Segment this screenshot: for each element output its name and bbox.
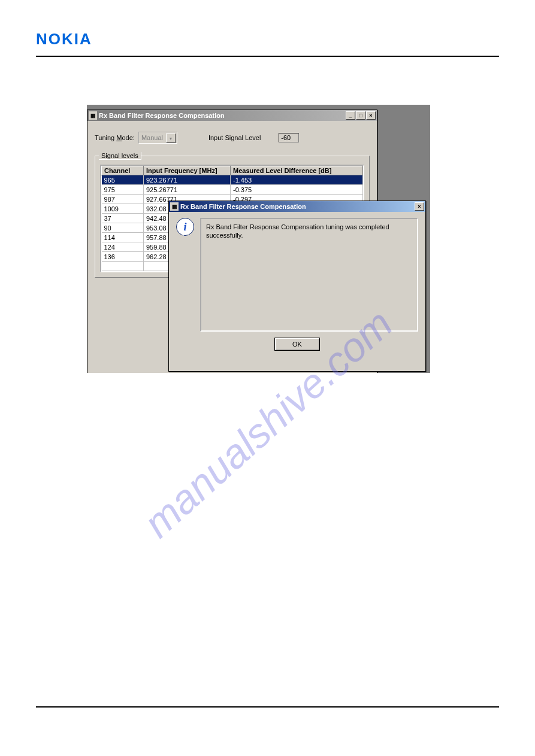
cell-channel: 90 [102, 223, 144, 233]
app-icon: ▦ [89, 111, 97, 120]
cell-channel: 37 [102, 214, 144, 223]
cell-channel: 965 [102, 175, 144, 185]
input-signal-label: Input Signal Level [208, 134, 261, 141]
col-channel[interactable]: Channel [102, 166, 144, 175]
ok-button[interactable]: OK [274, 338, 320, 351]
col-level[interactable]: Measured Level Difference [dB] [231, 166, 363, 175]
close-button[interactable]: × [366, 111, 376, 120]
table-row[interactable]: 975925.26771-0.375 [102, 185, 363, 195]
dialog-titlebar[interactable]: ▦ Rx Band Filter Response Compensation × [169, 201, 425, 212]
cell-level: -0.375 [231, 185, 363, 195]
info-icon: i [176, 218, 194, 236]
cell-channel: 975 [102, 185, 144, 195]
cell-freq: 923.26771 [144, 175, 231, 185]
app-icon: ▦ [170, 202, 179, 211]
main-titlebar[interactable]: ▦ Rx Band Filter Response Compensation _… [87, 110, 377, 121]
cell-channel: 136 [102, 252, 144, 262]
footer-divider [36, 706, 499, 708]
cell-channel: 124 [102, 242, 144, 252]
input-signal-value[interactable]: -60 [279, 133, 299, 142]
dialog-title-text: Rx Band Filter Response Compensation [180, 203, 415, 210]
tuning-mode-dropdown: Manual [138, 132, 177, 144]
header-divider [36, 56, 499, 57]
cell-channel: 1009 [102, 204, 144, 214]
signal-levels-legend: Signal levels [99, 152, 141, 160]
col-frequency[interactable]: Input Frequency [MHz] [144, 166, 231, 175]
nokia-logo: NOKIA [36, 30, 499, 48]
dialog-close-button[interactable]: × [415, 202, 424, 211]
cell-channel: 114 [102, 233, 144, 242]
success-dialog: ▦ Rx Band Filter Response Compensation ×… [168, 201, 426, 372]
minimize-button[interactable]: _ [346, 111, 355, 120]
cell-channel [102, 262, 144, 271]
tuning-mode-label: Tuning Mode: [95, 134, 135, 141]
dialog-message: Rx Band Filter Response Compensation tun… [200, 218, 418, 332]
table-row[interactable]: 965923.26771-1.453 [102, 175, 363, 185]
maximize-button[interactable]: □ [356, 111, 365, 120]
screenshot-region: ▦ Rx Band Filter Response Compensation _… [87, 105, 430, 373]
cell-channel: 987 [102, 195, 144, 204]
main-title-text: Rx Band Filter Response Compensation [99, 112, 346, 119]
cell-freq: 925.26771 [144, 185, 231, 195]
cell-level: -1.453 [231, 175, 363, 185]
